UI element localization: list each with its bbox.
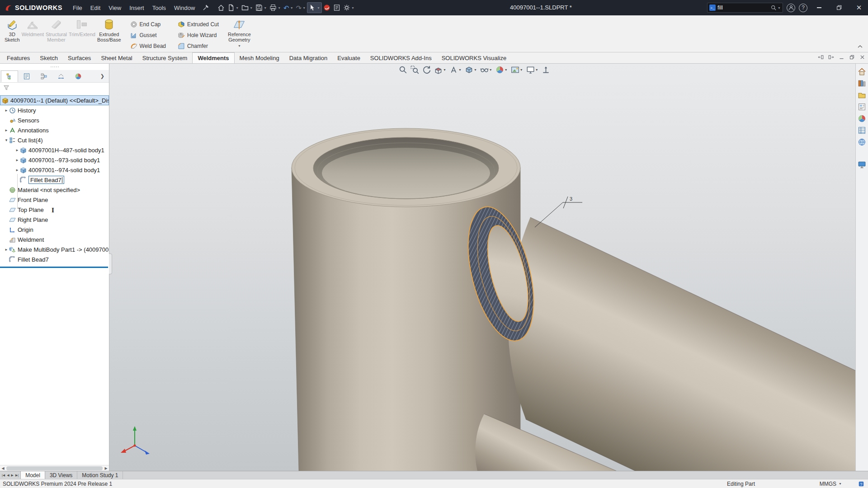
tab-scroll-buttons[interactable]: |◀ ◀ ▶ ▶| (0, 471, 20, 479)
open-button[interactable]: ▼ (240, 2, 254, 13)
weld-bead-button[interactable]: Weld Bead (127, 41, 169, 51)
tree-item-make-multibody[interactable]: ▸ Make MultiBody Part1 -> (40097001) (0, 244, 109, 254)
tab-propertymanager[interactable] (18, 70, 35, 82)
model-3d-view[interactable]: 3 (109, 64, 855, 471)
graphics-viewport[interactable]: 3 ▼ ▼ ▼ ▼ ▼ ▼ ▼ (109, 64, 855, 471)
tree-item-material[interactable]: Material <not specified> (0, 185, 109, 195)
tab-sketch[interactable]: Sketch (35, 52, 63, 63)
menu-file[interactable]: File (69, 3, 86, 13)
menu-insert[interactable]: Insert (125, 3, 148, 13)
tab-features[interactable]: Features (2, 52, 35, 63)
save-button[interactable]: ▼ (254, 2, 268, 13)
appearances-scenes-icon[interactable] (858, 114, 866, 123)
tree-item-origin[interactable]: Origin (0, 225, 109, 235)
solidworks-resources-icon[interactable] (858, 67, 866, 76)
search-input[interactable] (717, 5, 769, 11)
collapse-icon[interactable]: ▾ (4, 138, 9, 142)
menu-edit[interactable]: Edit (86, 3, 104, 13)
tab-mesh-modeling[interactable]: Mesh Modeling (235, 52, 284, 63)
expand-icon[interactable]: ▸ (4, 108, 9, 113)
help-icon[interactable]: ? (799, 4, 807, 12)
zoom-fit-icon[interactable] (399, 66, 407, 74)
filter-icon[interactable] (3, 84, 9, 91)
tab-solidworks-visualize[interactable]: SOLIDWORKS Visualize (437, 52, 512, 63)
annotation-views-icon[interactable]: ▼ (449, 66, 462, 74)
rollback-bar[interactable] (0, 267, 108, 268)
expand-icon[interactable]: ▸ (14, 148, 20, 152)
doc-restore-icon[interactable] (849, 54, 855, 60)
tab-configurationmanager[interactable] (35, 70, 52, 82)
tree-item-right-plane[interactable]: Right Plane (0, 215, 109, 225)
normal-to-icon[interactable] (542, 66, 550, 74)
tree-item-solid-body-1[interactable]: ▸ 40097001H--487-solid body1 (0, 145, 109, 155)
new-document-button[interactable]: ▼ (226, 2, 240, 13)
menu-view[interactable]: View (104, 3, 125, 13)
expand-icon[interactable]: ▸ (14, 158, 20, 162)
pin-menubar-icon[interactable] (201, 2, 211, 13)
tree-item-annotations[interactable]: ▸ Annotations (0, 125, 109, 135)
scroll-thumb[interactable] (6, 466, 103, 470)
gusset-button[interactable]: Gusset (127, 30, 169, 40)
tab-solidworks-add-ins[interactable]: SOLIDWORKS Add-Ins (365, 52, 437, 63)
scroll-left-icon[interactable]: ◀ (0, 466, 6, 470)
design-library-icon[interactable] (858, 79, 866, 88)
tree-item-weldment[interactable]: Weldment (0, 235, 109, 244)
3dexperience-icon[interactable] (322, 2, 332, 13)
home-button[interactable] (216, 2, 226, 13)
tab-last-icon[interactable]: ▶| (15, 474, 19, 477)
units-selector[interactable]: MMGS ▼ (820, 481, 842, 487)
tab-evaluate[interactable]: Evaluate (332, 52, 365, 63)
view-palette-icon[interactable] (858, 103, 866, 111)
doc-close-icon[interactable] (859, 54, 865, 60)
dock-left-icon[interactable] (818, 54, 824, 60)
panel-horizontal-scrollbar[interactable]: ◀ ▶ (0, 465, 109, 471)
panel-collapse-handle[interactable] (109, 253, 112, 274)
section-view-icon[interactable]: ▼ (434, 66, 446, 74)
tree-item-root[interactable]: 40097001--1 (Default) <<Default>_Displa (0, 95, 109, 105)
expand-icon[interactable]: ▸ (4, 247, 9, 252)
menu-tools[interactable]: Tools (148, 3, 170, 13)
end-cap-button[interactable]: End Cap (127, 19, 169, 29)
apply-scene-icon[interactable]: ▼ (511, 66, 523, 74)
hide-show-items-icon[interactable]: ▼ (480, 66, 492, 74)
tree-item-sensors[interactable]: Sensors (0, 115, 109, 125)
tree-item-history[interactable]: ▸ History (0, 105, 109, 115)
options-button[interactable]: ▼ (342, 2, 356, 13)
tab-displaymanager[interactable] (70, 70, 87, 82)
tree-item-front-plane[interactable]: Front Plane (0, 195, 109, 205)
restore-button[interactable] (831, 0, 847, 15)
tab-sheet-metal[interactable]: Sheet Metal (96, 52, 137, 63)
rename-edit-box[interactable]: Fillet Bead7 (28, 176, 64, 184)
tree-item-solid-body-3[interactable]: ▸ 40097001--974-solid body1 (0, 165, 109, 175)
marketplace-icon[interactable] (858, 160, 866, 169)
file-explorer-icon[interactable] (858, 91, 866, 99)
quick-tips-icon[interactable]: ? (858, 481, 864, 487)
dock-right-icon[interactable] (828, 54, 834, 60)
chamfer-button[interactable]: Chamfer (175, 41, 222, 51)
panel-tabs-expand-icon[interactable]: ❯ (100, 73, 108, 79)
panel-grip[interactable] (0, 64, 109, 70)
tab-3d-views[interactable]: 3D Views (45, 471, 77, 479)
tab-featuremanager-tree[interactable] (1, 70, 18, 82)
extruded-boss-base-button[interactable]: Extruded Boss/Base (97, 17, 121, 52)
minimize-button[interactable] (811, 0, 827, 15)
units-dropdown-icon[interactable]: ▼ (839, 482, 842, 485)
tab-data-migration[interactable]: Data Migration (284, 52, 333, 63)
print-button[interactable]: ▼ (268, 2, 282, 13)
expand-icon[interactable]: ▸ (14, 168, 20, 172)
tree-item-solid-body-2[interactable]: ▸ 40097001--973-solid body1 (0, 155, 109, 165)
tab-structure-system[interactable]: Structure System (137, 52, 193, 63)
search-box[interactable]: >_ ▼ (707, 3, 783, 13)
collapse-ribbon-icon[interactable] (858, 45, 863, 48)
structural-member-button[interactable]: Structural Member (46, 17, 67, 52)
trim-extend-button[interactable]: Trim/Extend (69, 17, 95, 52)
search-icon[interactable] (770, 5, 777, 11)
tab-surfaces[interactable]: Surfaces (63, 52, 96, 63)
custom-properties-icon[interactable] (858, 126, 866, 135)
tree-item-fillet-bead-rename[interactable]: Fillet Bead7 (0, 175, 109, 185)
3d-sketch-button[interactable]: 3D Sketch (5, 17, 20, 52)
tab-motion-study-1[interactable]: Motion Study 1 (77, 471, 123, 479)
display-style-icon[interactable]: ▼ (465, 66, 477, 74)
close-button[interactable]: ✕ (851, 0, 867, 15)
view-settings-icon[interactable]: ▼ (526, 66, 538, 74)
